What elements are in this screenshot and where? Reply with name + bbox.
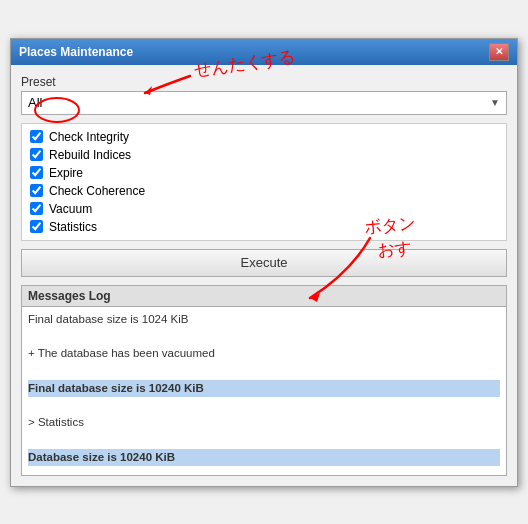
- checkbox-item: Rebuild Indices: [30, 148, 498, 162]
- execute-button[interactable]: Execute: [21, 249, 507, 277]
- checkbox-item: Statistics: [30, 220, 498, 234]
- messages-log-label: Messages Log: [22, 286, 506, 307]
- checkbox-check-integrity[interactable]: [30, 130, 43, 143]
- messages-section: Messages Log Final database size is 1024…: [21, 285, 507, 476]
- checkboxes-section: Check IntegrityRebuild IndicesExpireChec…: [21, 123, 507, 241]
- preset-value: All: [28, 95, 42, 110]
- close-button[interactable]: ✕: [489, 43, 509, 61]
- log-line: > Statistics: [28, 414, 500, 431]
- log-line: Database size is 10240 KiB: [28, 449, 500, 466]
- checkbox-item: Vacuum: [30, 202, 498, 216]
- checkbox-rebuild-indices[interactable]: [30, 148, 43, 161]
- checkbox-label-3: Check Coherence: [49, 184, 145, 198]
- preset-dropdown[interactable]: All ▼: [21, 91, 507, 115]
- checkbox-item: Expire: [30, 166, 498, 180]
- places-maintenance-window: Places Maintenance ✕ Preset All ▼ Check …: [10, 38, 518, 487]
- checkbox-expire[interactable]: [30, 166, 43, 179]
- main-content: Preset All ▼ Check IntegrityRebuild Indi…: [11, 65, 517, 486]
- checkbox-label-1: Rebuild Indices: [49, 148, 131, 162]
- messages-log[interactable]: Final database size is 1024 KiB+ The dat…: [22, 307, 506, 475]
- checkbox-statistics[interactable]: [30, 220, 43, 233]
- checkbox-label-0: Check Integrity: [49, 130, 129, 144]
- checkbox-check-coherence[interactable]: [30, 184, 43, 197]
- window-title: Places Maintenance: [19, 45, 133, 59]
- preset-section: Preset All ▼: [21, 75, 507, 115]
- checkbox-label-5: Statistics: [49, 220, 97, 234]
- titlebar: Places Maintenance ✕: [11, 39, 517, 65]
- log-line: Final database size is 1024 KiB: [28, 311, 500, 328]
- chevron-down-icon: ▼: [490, 97, 500, 108]
- log-line: + The database has been vacuumed: [28, 345, 500, 362]
- checkbox-vacuum[interactable]: [30, 202, 43, 215]
- checkbox-label-2: Expire: [49, 166, 83, 180]
- checkbox-item: Check Coherence: [30, 184, 498, 198]
- preset-label: Preset: [21, 75, 507, 89]
- checkbox-item: Check Integrity: [30, 130, 498, 144]
- log-line: Final database size is 10240 KiB: [28, 380, 500, 397]
- checkbox-label-4: Vacuum: [49, 202, 92, 216]
- titlebar-buttons: ✕: [489, 43, 509, 61]
